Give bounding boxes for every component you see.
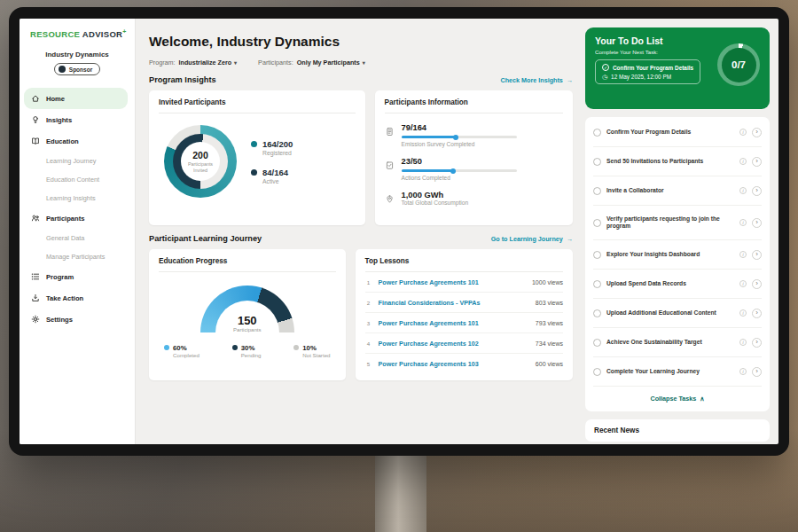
monitor-stand <box>375 450 426 532</box>
survey-document-icon <box>385 124 395 134</box>
sidebar-item-take-action[interactable]: Take Action <box>20 287 135 309</box>
card-title: Education Progress <box>159 257 336 272</box>
task-checkbox[interactable] <box>593 280 601 288</box>
arrow-right-icon: → <box>567 76 573 84</box>
legend-dot-pending <box>232 345 238 350</box>
chevron-right-icon[interactable]: › <box>752 309 762 318</box>
task-row-verify-participants[interactable]: Verify participants requesting to join t… <box>593 206 762 240</box>
logo-advisor: ADVISOR <box>82 29 122 39</box>
lesson-link[interactable]: Power Purchase Agreements 102 <box>379 340 529 348</box>
chevron-right-icon[interactable]: › <box>752 218 762 228</box>
program-filter[interactable]: Program: Industrialize Zero ▾ <box>149 59 237 66</box>
info-icon: i <box>739 219 747 226</box>
program-filter-value: Industrialize Zero <box>179 59 232 66</box>
sidebar-item-insights[interactable]: Insights <box>20 109 135 130</box>
lesson-link[interactable]: Financial Considerations - VPPAs <box>379 299 529 307</box>
clock-icon: ◷ <box>602 74 607 80</box>
sidebar-item-education[interactable]: Education <box>20 130 135 152</box>
collapse-tasks-link[interactable]: Collapse Tasks ∧ <box>593 387 762 411</box>
info-icon: i <box>739 280 747 287</box>
chevron-right-icon[interactable]: › <box>752 186 762 196</box>
checklist-icon <box>385 158 395 168</box>
sidebar-item-program[interactable]: Program <box>20 266 135 287</box>
task-row-send-invitations[interactable]: Send 50 Invitations to Participants i › <box>593 147 762 176</box>
sidebar-item-education-content[interactable]: Education Content <box>20 170 135 189</box>
lesson-link[interactable]: Power Purchase Agreements 101 <box>379 278 526 286</box>
participants-filter[interactable]: Participants: Only My Participants ▾ <box>258 59 365 66</box>
main-content: Welcome, Industry Dynamics Program: Indu… <box>136 19 584 444</box>
home-icon <box>31 94 40 103</box>
task-checkbox[interactable] <box>593 129 601 137</box>
logo-resource: RESOURCE <box>30 29 80 39</box>
sidebar-item-label: Learning Insights <box>46 194 96 202</box>
legend-registered: 164/200 Registered <box>251 139 293 156</box>
chevron-right-icon[interactable]: › <box>752 157 762 167</box>
sidebar-item-participants[interactable]: Participants <box>20 207 135 229</box>
chevron-right-icon[interactable]: › <box>752 338 762 348</box>
info-icon: i <box>739 251 747 258</box>
task-checkbox[interactable] <box>593 251 601 259</box>
donut-center-value: 200 <box>192 150 208 160</box>
sidebar-item-home[interactable]: Home <box>24 88 128 109</box>
lesson-link[interactable]: Power Purchase Agreements 101 <box>379 319 529 327</box>
task-checkbox[interactable] <box>593 368 601 376</box>
legend-completed: 60% Completed <box>164 344 200 358</box>
org-name: Industry Dynamics <box>20 51 135 59</box>
filter-bar: Program: Industrialize Zero ▾ Participan… <box>149 59 573 66</box>
task-checkbox[interactable] <box>593 187 601 195</box>
sidebar-item-settings[interactable]: Settings <box>20 309 135 330</box>
task-checkbox[interactable] <box>593 339 601 347</box>
task-row-explore-insights[interactable]: Explore Your Insights Dashboard i › <box>593 240 762 270</box>
go-to-learning-journey-link[interactable]: Go to Learning Journey → <box>491 235 573 243</box>
sponsor-icon <box>59 66 66 73</box>
action-arrow-icon <box>31 293 40 302</box>
task-row-invite-collaborator[interactable]: Invite a Collaborator i › <box>593 176 762 206</box>
lesson-link[interactable]: Power Purchase Agreements 103 <box>379 360 529 368</box>
education-progress-card: Education Progress 150 Participants 60% <box>149 249 346 380</box>
task-checkbox[interactable] <box>593 219 601 227</box>
gauge-center-value: 150 <box>200 315 294 326</box>
next-task-time: 12 May 2025, 12:00 PM <box>611 74 671 80</box>
arrow-right-icon: → <box>567 235 573 243</box>
emission-survey-progress-bar <box>402 136 517 138</box>
lesson-row: 2 Financial Considerations - VPPAs 803 v… <box>365 293 563 313</box>
task-row-confirm-program[interactable]: Confirm Your Program Details i › <box>593 118 762 147</box>
info-icon: i <box>739 368 747 375</box>
todo-panel: Your To Do List Complete Your Next Task:… <box>584 19 778 444</box>
sponsor-badge[interactable]: Sponsor <box>54 63 100 75</box>
chevron-right-icon[interactable]: › <box>752 250 762 260</box>
sidebar-item-learning-journey[interactable]: Learning Journey <box>20 152 135 170</box>
lesson-row: 4 Power Purchase Agreements 102 734 view… <box>365 333 563 354</box>
sidebar-item-learning-insights[interactable]: Learning Insights <box>20 189 135 207</box>
stat-actions-completed: 23/50 Actions Completed <box>385 157 563 181</box>
task-row-upload-spend-data[interactable]: Upload Spend Data Records i › <box>593 270 762 299</box>
education-progress-gauge-chart: 150 Participants <box>200 286 294 332</box>
list-icon <box>31 272 40 281</box>
invited-participants-card: Invited Participants 200 Participants In… <box>149 90 365 225</box>
legend-dot-not-started <box>293 345 299 350</box>
chevron-right-icon[interactable]: › <box>752 367 762 377</box>
task-checkbox[interactable] <box>593 309 601 317</box>
dashboard-screen: RESOURCE ADVISOR+ Industry Dynamics Spon… <box>20 19 778 444</box>
lesson-row: 5 Power Purchase Agreements 103 600 view… <box>365 354 563 373</box>
sidebar-item-label: Education <box>46 137 79 145</box>
check-more-insights-link[interactable]: Check More Insights → <box>501 76 573 84</box>
participants-filter-value: Only My Participants <box>297 59 360 66</box>
task-row-complete-learning-journey[interactable]: Complete Your Learning Journey i › <box>593 357 762 387</box>
sidebar-item-label: Insights <box>46 116 72 124</box>
people-icon <box>31 214 40 223</box>
task-row-upload-educational-content[interactable]: Upload Additional Educational Content i … <box>593 299 762 328</box>
chevron-right-icon[interactable]: › <box>752 279 762 289</box>
info-icon: i <box>739 339 747 346</box>
program-insights-title: Program Insights <box>149 75 216 84</box>
sidebar-item-manage-participants[interactable]: Manage Participants <box>20 247 135 266</box>
chevron-up-icon: ∧ <box>700 395 704 403</box>
task-checkbox[interactable] <box>593 158 601 166</box>
sidebar-item-general-data[interactable]: General Data <box>20 229 135 247</box>
chevron-right-icon[interactable]: › <box>752 128 762 137</box>
card-title: Top Lessons <box>365 257 563 272</box>
page-title: Welcome, Industry Dynamics <box>149 34 573 50</box>
task-row-achieve-sustainability-target[interactable]: Achieve One Sustainability Target i › <box>593 328 762 357</box>
todo-progress-ring: 0/7 <box>717 43 760 86</box>
legend-not-started: 10% Not Started <box>293 344 330 358</box>
